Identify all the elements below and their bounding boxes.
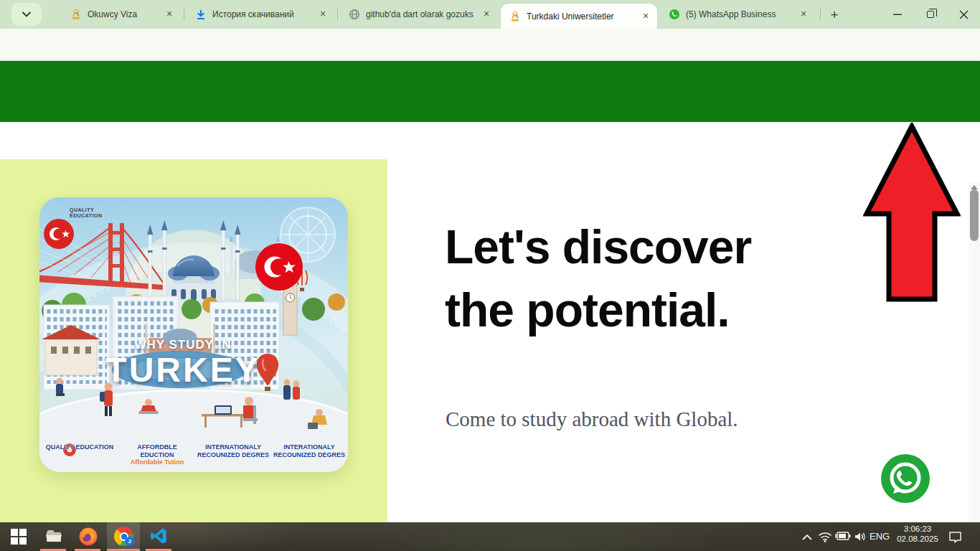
tab-close-icon[interactable]: × [481, 9, 492, 20]
minimize-button[interactable] [881, 0, 914, 29]
poster-heading-main: TURKEY [72, 350, 294, 390]
scrollbar-thumb[interactable] [970, 189, 979, 241]
chrome-icon: J [114, 527, 134, 547]
tab-close-icon[interactable]: × [164, 9, 175, 20]
tab-title: Turkdaki Uniwersitetler [527, 11, 636, 22]
tab-title: История скачиваний [212, 9, 313, 19]
windows-taskbar [0, 522, 980, 551]
tab-turkdaki-uniwersitetler-active[interactable]: Turkdaki Uniwersitetler × [501, 4, 657, 29]
tab-title: (5) WhatsApp Business [686, 9, 793, 19]
page-content: QUALITY EDUCATION ····· WHY STUDY IN TUR… [0, 122, 980, 522]
firefox-icon [78, 527, 98, 547]
tab-separator [337, 9, 338, 20]
tab-search-button[interactable] [11, 3, 42, 26]
tab-close-icon[interactable]: × [798, 9, 809, 20]
chrome-button[interactable]: J [114, 527, 134, 547]
firefox-button[interactable] [78, 527, 98, 547]
turkey-poster-illustration [39, 197, 348, 472]
profile-badge: J [125, 537, 134, 546]
restore-icon [927, 11, 934, 18]
chevron-down-icon [22, 11, 31, 17]
vscode-button[interactable] [149, 527, 169, 547]
page-scrollbar[interactable] [969, 183, 980, 551]
tab-okuwcy-viza[interactable]: Okuwcy Viza × [62, 3, 181, 26]
downloads-favicon [195, 9, 207, 20]
tray-language-label[interactable]: ENG [870, 531, 890, 542]
tab-download-history[interactable]: История скачиваний × [187, 3, 334, 26]
poster-quality-badge: QUALITY EDUCATION ····· [70, 207, 103, 225]
browser-toolbar: jelalletdin91.github.io/g3/index.html G文… [0, 29, 980, 61]
poster-caption-affordable: AFFORDBLE EDUCTION Affordable Tution [120, 443, 194, 466]
restore-button[interactable] [914, 0, 947, 29]
wifi-icon[interactable] [818, 531, 832, 545]
tab-close-icon[interactable]: × [640, 11, 651, 22]
battery-icon[interactable] [835, 531, 851, 544]
hero-heading-line1: Let's discover [445, 215, 751, 278]
tray-clock[interactable]: 3:06:23 02.08.2025 [894, 524, 941, 544]
why-study-in-turkey-poster: QUALITY EDUCATION ····· WHY STUDY IN TUR… [39, 197, 348, 472]
globe-favicon [349, 9, 360, 20]
tab-whatsapp-business[interactable]: (5) WhatsApp Business × [660, 3, 815, 26]
tray-time: 3:06:23 [894, 524, 941, 534]
tab-title: github'da dart olarak gozuks [366, 9, 476, 19]
tab-separator [184, 9, 184, 20]
poster-caption-international-1: INTERNATIONALY RECOUNIZED DEGRES [196, 443, 270, 458]
browser-window: Okuwcy Viza × История скачиваний × githu… [0, 0, 980, 551]
volume-icon[interactable] [854, 531, 867, 545]
window-controls [881, 0, 980, 29]
global-logo-favicon [509, 11, 521, 22]
tray-chevron-up-icon[interactable] [802, 531, 812, 544]
hero-heading-line2: the potential. [445, 278, 730, 342]
whatsapp-favicon [669, 9, 680, 20]
file-explorer-button[interactable] [44, 527, 64, 547]
tab-close-icon[interactable]: × [317, 9, 329, 20]
whatsapp-fab-icon[interactable] [880, 453, 930, 504]
tray-date: 02.08.2025 [894, 534, 941, 545]
vscode-icon [149, 527, 168, 545]
tab-separator [820, 9, 821, 20]
new-tab-button[interactable]: + [825, 6, 844, 24]
tab-title: Okuwcy Viza [88, 9, 159, 19]
tab-github-dart[interactable]: github'da dart olarak gozuks × [340, 3, 498, 26]
action-center-icon[interactable] [948, 531, 962, 546]
global-logo-favicon [70, 9, 82, 20]
close-window-button[interactable] [947, 0, 980, 29]
hero-subtitle: Come to study abroad with Global. [446, 408, 738, 431]
poster-caption-quality: QUALITY EDUCATION [42, 443, 117, 451]
start-button[interactable] [11, 527, 31, 547]
red-up-arrow [863, 123, 961, 303]
poster-caption-international-2: INTERATIONALY RECOUNIZED DEGRES [272, 443, 347, 458]
folder-icon [44, 527, 64, 547]
browser-tab-strip: Okuwcy Viza × История скачиваний × githu… [0, 0, 980, 29]
windows-logo-icon [11, 529, 31, 545]
site-navbar: GLOBAL GROUP Services Universities Partn… [0, 61, 980, 122]
